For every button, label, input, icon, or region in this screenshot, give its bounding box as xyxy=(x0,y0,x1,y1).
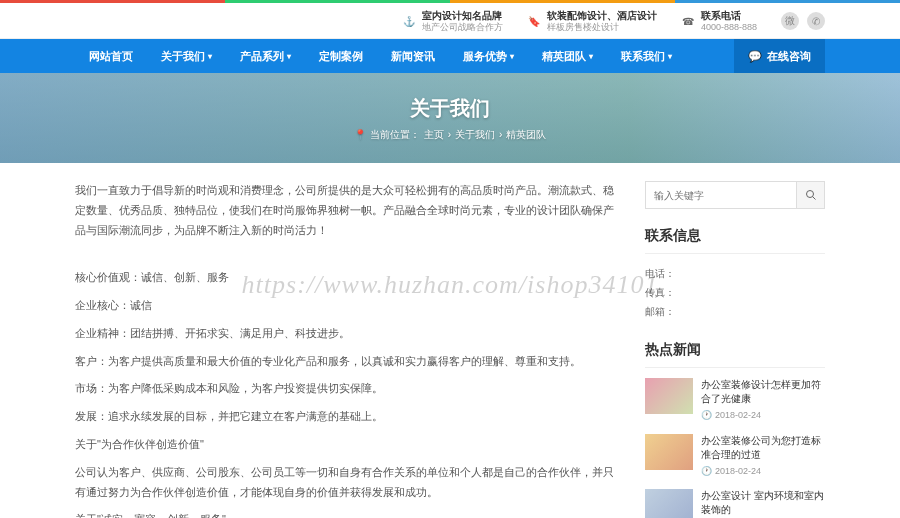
nav-home[interactable]: 网站首页 xyxy=(75,39,147,73)
content-para: 发展：追求永续发展的目标，并把它建立在客户满意的基础上。 xyxy=(75,407,621,427)
news-thumb xyxy=(645,434,693,470)
clock-icon: 🕐 xyxy=(701,465,712,478)
search-input[interactable] xyxy=(646,182,796,208)
top-subtext: 地产公司战略合作方 xyxy=(422,22,503,34)
news-item[interactable]: 办公室装修设计怎样更加符合了光健康 🕐2018-02-24 xyxy=(645,378,825,422)
nav-service[interactable]: 服务优势▾ xyxy=(449,39,528,73)
news-item[interactable]: 办公室设计 室内环境和室内装饰的 🕐2018-02-24 xyxy=(645,489,825,518)
breadcrumb-current: 精英团队 xyxy=(506,128,546,142)
main-content: 我们一直致力于倡导新的时尚观和消费理念，公司所提供的是大众可轻松拥有的高品质时尚… xyxy=(75,181,621,518)
content-para: 市场：为客户降低采购成本和风险，为客户投资提供切实保障。 xyxy=(75,379,621,399)
top-brand: ⚓ 室内设计知名品牌 地产公司战略合作方 xyxy=(402,9,503,34)
sidebar: 联系信息 电话： 传真： 邮箱： 热点新闻 办公室装修设计怎样更加符合了光健康 … xyxy=(645,181,825,518)
content-para: 关于"为合作伙伴创造价值" xyxy=(75,435,621,455)
nav-cases[interactable]: 定制案例 xyxy=(305,39,377,73)
news-date: 2018-02-24 xyxy=(715,465,761,478)
nav-products[interactable]: 产品系列▾ xyxy=(226,39,305,73)
nav-contact[interactable]: 联系我们▾ xyxy=(607,39,686,73)
top-subtext: 4000-888-888 xyxy=(701,22,757,34)
nav-news[interactable]: 新闻资讯 xyxy=(377,39,449,73)
content-para: 核心价值观：诚信、创新、服务 xyxy=(75,268,621,288)
search-box xyxy=(645,181,825,209)
chevron-down-icon: ▾ xyxy=(287,52,291,61)
top-text: 联系电话 xyxy=(701,9,757,22)
content-para: 我们一直致力于倡导新的时尚观和消费理念，公司所提供的是大众可轻松拥有的高品质时尚… xyxy=(75,181,621,240)
phone-icon: ☎ xyxy=(681,14,695,28)
wechat-icon[interactable]: ✆ xyxy=(807,12,825,30)
news-item-title: 办公室设计 室内环境和室内装饰的 xyxy=(701,489,825,517)
news-item-title: 办公室装修设计怎样更加符合了光健康 xyxy=(701,378,825,406)
contact-phone: 电话： xyxy=(645,264,825,283)
svg-point-0 xyxy=(806,191,813,198)
nav-about[interactable]: 关于我们▾ xyxy=(147,39,226,73)
page-banner: 关于我们 📍 当前位置： 主页 › 关于我们 › 精英团队 xyxy=(0,73,900,163)
search-icon xyxy=(805,189,817,201)
news-thumb xyxy=(645,489,693,518)
breadcrumb-link[interactable]: 关于我们 xyxy=(455,128,495,142)
top-bar: ⚓ 室内设计知名品牌 地产公司战略合作方 🔖 软装配饰设计、酒店设计 样板房售楼… xyxy=(0,3,900,39)
content-para: 客户：为客户提供高质量和最大价值的专业化产品和服务，以真诚和实力赢得客户的理解、… xyxy=(75,352,621,372)
nav-bar: 网站首页 关于我们▾ 产品系列▾ 定制案例 新闻资讯 服务优势▾ 精英团队▾ 联… xyxy=(0,39,900,73)
content-para: 企业核心：诚信 xyxy=(75,296,621,316)
content-para: 公司认为客户、供应商、公司股东、公司员工等一切和自身有合作关系的单位和个人都是自… xyxy=(75,463,621,503)
breadcrumb: 📍 当前位置： 主页 › 关于我们 › 精英团队 xyxy=(354,128,547,142)
page-title: 关于我们 xyxy=(410,95,490,122)
chevron-down-icon: ▾ xyxy=(510,52,514,61)
nav-team[interactable]: 精英团队▾ xyxy=(528,39,607,73)
news-item[interactable]: 办公室装修公司为您打造标准合理的过道 🕐2018-02-24 xyxy=(645,434,825,478)
top-text: 软装配饰设计、酒店设计 xyxy=(547,9,657,22)
top-subtext: 样板房售楼处设计 xyxy=(547,22,657,34)
weibo-icon[interactable]: 微 xyxy=(781,12,799,30)
clock-icon: 🕐 xyxy=(701,409,712,422)
news-date: 2018-02-24 xyxy=(715,409,761,422)
news-item-title: 办公室装修公司为您打造标准合理的过道 xyxy=(701,434,825,462)
news-thumb xyxy=(645,378,693,414)
contact-fax: 传真： xyxy=(645,283,825,302)
anchor-icon: ⚓ xyxy=(402,14,416,28)
contact-title: 联系信息 xyxy=(645,227,825,254)
svg-line-1 xyxy=(812,197,815,200)
search-button[interactable] xyxy=(796,182,824,208)
breadcrumb-label: 当前位置： xyxy=(370,128,420,142)
chevron-down-icon: ▾ xyxy=(589,52,593,61)
chat-icon: 💬 xyxy=(748,50,762,63)
location-icon: 📍 xyxy=(354,129,366,140)
breadcrumb-link[interactable]: 主页 xyxy=(424,128,444,142)
contact-email: 邮箱： xyxy=(645,302,825,321)
news-title: 热点新闻 xyxy=(645,341,825,368)
content-para: 关于"诚实、宽容、创新、服务" xyxy=(75,510,621,518)
chevron-down-icon: ▾ xyxy=(668,52,672,61)
nav-chat-button[interactable]: 💬 在线咨询 xyxy=(734,39,825,73)
chevron-down-icon: ▾ xyxy=(208,52,212,61)
bookmark-icon: 🔖 xyxy=(527,14,541,28)
content-para: 企业精神：团结拼搏、开拓求实、满足用户、科技进步。 xyxy=(75,324,621,344)
top-service: 🔖 软装配饰设计、酒店设计 样板房售楼处设计 xyxy=(527,9,657,34)
top-text: 室内设计知名品牌 xyxy=(422,9,503,22)
top-phone: ☎ 联系电话 4000-888-888 xyxy=(681,9,757,34)
social-links: 微 ✆ xyxy=(781,12,825,30)
